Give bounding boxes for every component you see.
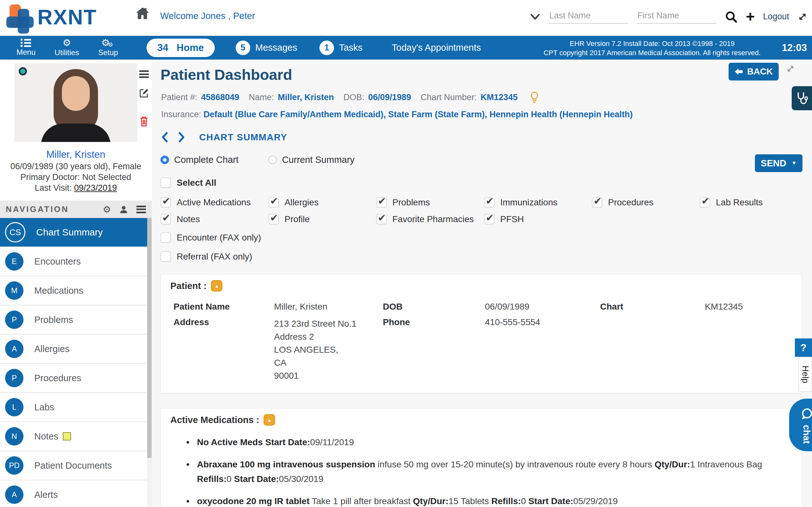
chart-number-value: KM12345 [480, 93, 518, 102]
checkbox-profile[interactable]: ✔ Profile [268, 214, 310, 224]
checkbox-allergies[interactable]: ✔ Allergies [268, 197, 318, 208]
nav-list-icon[interactable] [136, 206, 146, 213]
radio-selected-icon [160, 156, 169, 164]
nav-gear-icon[interactable]: ⚙ [103, 204, 111, 215]
patient-last-visit: Last Visit: 09/23/2019 [0, 183, 152, 193]
checkbox-active-medications[interactable]: ✔ Active Medications [160, 197, 251, 208]
collapse-icon[interactable]: ▲ [264, 414, 275, 426]
section-title: CHART SUMMARY [199, 132, 287, 143]
cs-badge: CS [5, 222, 26, 242]
checkbox-problems[interactable]: ✔ Problems [376, 197, 430, 208]
radio-current-summary[interactable]: Current Summary [268, 155, 355, 165]
list-icon[interactable] [139, 70, 149, 78]
field-label: Phone [383, 317, 410, 327]
add-patient-icon[interactable]: + [746, 10, 755, 23]
fullscreen-icon[interactable] [786, 64, 795, 73]
tab-tasks[interactable]: 1 Tasks [319, 41, 362, 55]
checkbox-procedures[interactable]: ✔ Procedures [592, 197, 653, 208]
tab-messages[interactable]: 5 Messages [236, 41, 297, 55]
stethoscope-icon [795, 91, 809, 105]
checkbox-lab-results[interactable]: ✔ Lab Results [700, 197, 763, 208]
sticky-note-icon [63, 432, 71, 441]
sidebar-item-patient-documents[interactable]: PD Patient Documents [0, 451, 147, 481]
edit-icon[interactable] [139, 88, 149, 98]
brand-name: RXNT [38, 5, 97, 29]
sidebar-navigation: CS Chart Summary E Encounters M Medicati… [0, 218, 147, 507]
checkbox-notes[interactable]: ✔ Notes [160, 214, 200, 224]
patient-name-value[interactable]: Miller, Kristen [278, 93, 334, 102]
phone-value: 410-555-5554 [485, 317, 540, 327]
rxnt-logo-icon[interactable] [4, 3, 35, 33]
logout-link[interactable]: Logout [763, 12, 789, 21]
sidebar-item-problems[interactable]: P Problems [0, 305, 147, 335]
patient-primary-doctor: Primary Doctor: Not Selected [0, 172, 152, 182]
field-value: Miller, Kristen [274, 302, 327, 312]
page-title: Patient Dashboard [160, 66, 292, 83]
arrow-left-icon [734, 68, 743, 75]
search-icon[interactable] [725, 10, 738, 23]
gears-icon: ⚙ ⚙ [101, 38, 115, 47]
checkbox-encounter-fax[interactable]: Encounter (FAX only) [160, 232, 261, 243]
top-header: RXNT Welcome Jones , Peter + Logout [0, 0, 812, 36]
sidebar-item-alerts[interactable]: A Alerts [0, 481, 147, 507]
sidebar-scrollbar[interactable] [147, 218, 152, 507]
last-name-input[interactable] [548, 9, 628, 24]
home-count-badge: 34 [157, 42, 168, 54]
collapse-icon[interactable]: ▲ [211, 280, 222, 291]
lightbulb-icon[interactable] [529, 91, 540, 103]
checkbox-select-all[interactable]: Select All [160, 177, 216, 188]
patient-photo[interactable] [14, 63, 137, 142]
chevron-right-icon[interactable] [177, 132, 186, 143]
navigation-header: NAVIGATION ⚙ [0, 201, 152, 218]
checkbox-immunizations[interactable]: ✔ Immunizations [484, 197, 558, 208]
sidebar-scrollbar-thumb[interactable] [147, 218, 152, 458]
sidebar-item-labs[interactable]: L Labs [0, 393, 147, 422]
welcome-user[interactable]: Welcome Jones , Peter [160, 11, 255, 21]
insurance-list[interactable]: Default (Blue Care Family/Anthem Medicai… [204, 110, 633, 119]
radio-complete-chart[interactable]: Complete Chart [160, 155, 239, 165]
tab-todays-appointments[interactable]: Today's Appointments [392, 43, 481, 53]
nav-person-icon[interactable] [119, 205, 128, 214]
last-visit-date[interactable]: 09/23/2019 [74, 183, 117, 193]
menu-icon [20, 39, 32, 47]
back-button[interactable]: BACK [728, 63, 779, 80]
help-tab[interactable]: Help [799, 357, 812, 392]
chevron-left-icon[interactable] [160, 132, 169, 143]
tab-home[interactable]: 34 Home [147, 39, 215, 57]
sidebar-patient-name[interactable]: Miller, Kristen [0, 149, 152, 160]
radio-unselected-icon [268, 156, 277, 164]
sidebar-item-medications[interactable]: M Medications [0, 276, 147, 305]
field-value: 06/09/1989 [485, 302, 529, 312]
patient-card: Patient : ▲ Patient Name Miller, Kristen… [160, 274, 802, 393]
medications-card-title: Active Medications : [170, 415, 259, 425]
medication-list: No Active Meds Start Date:09/11/2019 Abr… [161, 426, 802, 507]
main-content: Patient Dashboard Patient #: 45868049 Na… [152, 60, 812, 507]
gear-icon: ⚙ [62, 38, 71, 47]
field-label: DOB [383, 302, 403, 312]
first-name-input[interactable] [637, 9, 716, 24]
patient-info-row: Patient #: 45868049 Name: Miller, Kriste… [161, 91, 540, 103]
send-button[interactable]: SEND ▼ [755, 154, 803, 172]
status-dot [19, 67, 27, 75]
delete-icon[interactable] [139, 116, 149, 127]
setup-button[interactable]: ⚙ ⚙ Setup [98, 38, 118, 57]
checkbox-referral-fax[interactable]: Referral (FAX only) [160, 251, 252, 262]
checkbox-favorite-pharmacies[interactable]: ✔ Favorite Pharmacies [376, 214, 474, 224]
sidebar-item-allergies[interactable]: A Allergies [0, 335, 147, 364]
chat-button[interactable]: chat [789, 399, 812, 451]
chevron-down-icon[interactable] [530, 13, 540, 20]
sidebar-item-procedures[interactable]: P Procedures [0, 364, 147, 393]
checkbox-pfsh[interactable]: ✔ PFSH [484, 214, 524, 224]
menu-button[interactable]: Menu [16, 39, 36, 57]
help-question-badge[interactable]: ? [795, 338, 812, 357]
utilities-button[interactable]: ⚙ Utilities [55, 38, 79, 57]
home-icon[interactable] [135, 6, 150, 20]
chart-summary-header: CHART SUMMARY [160, 132, 287, 143]
field-value: KM12345 [705, 302, 743, 312]
sidebar-item-encounters[interactable]: E Encounters [0, 247, 147, 276]
sidebar-item-notes[interactable]: N Notes [0, 422, 147, 451]
sidebar-item-chart-summary[interactable]: CS Chart Summary [0, 218, 147, 247]
stethoscope-tab[interactable] [792, 86, 812, 110]
expand-icon[interactable] [798, 12, 808, 22]
patient-number[interactable]: 45868049 [201, 93, 239, 102]
